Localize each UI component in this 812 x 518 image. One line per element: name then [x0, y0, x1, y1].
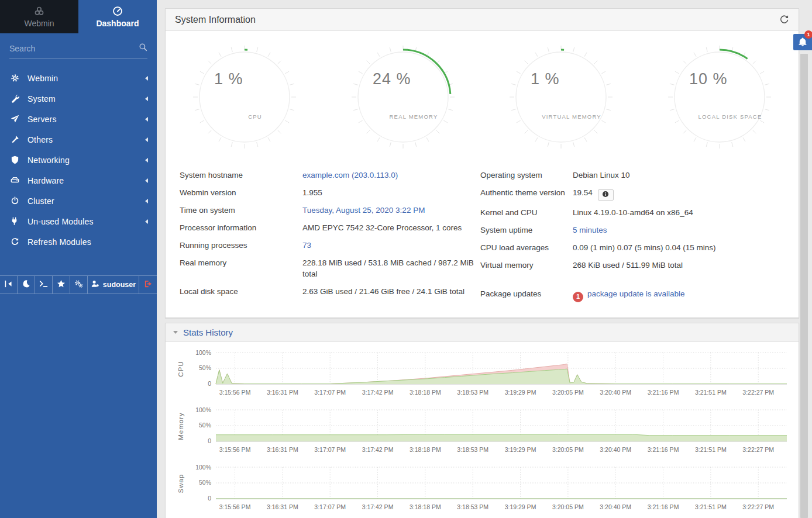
- gauge-label: LOCAL DISK SPACE: [698, 113, 762, 120]
- svg-text:100%: 100%: [195, 349, 211, 356]
- info-value[interactable]: Tuesday, August 25, 2020 3:22 PM: [302, 206, 425, 215]
- info-label: Authentic theme version: [480, 187, 573, 198]
- sidebar-item-webmin[interactable]: Webmin: [0, 68, 157, 88]
- svg-text:3:22:27 PM: 3:22:27 PM: [742, 503, 774, 510]
- collapse-sidebar-button[interactable]: [0, 276, 18, 293]
- info-row-kernel-and-cpu: Kernel and CPULinux 4.19.0-10-amd64 on x…: [480, 204, 799, 222]
- svg-text:3:20:40 PM: 3:20:40 PM: [600, 389, 631, 396]
- search-icon[interactable]: [139, 43, 147, 54]
- info-value: 2.63 GiB used / 21.46 GiB free / 24.1 Gi…: [302, 287, 465, 296]
- wrench-icon: [10, 94, 20, 103]
- svg-text:3:21:51 PM: 3:21:51 PM: [695, 503, 727, 510]
- sidebar-item-label: Hardware: [27, 176, 145, 185]
- collapse-sidebar-icon: [4, 279, 13, 291]
- sidebar-item-others[interactable]: Others: [0, 129, 157, 150]
- sidebar-item-refresh-modules[interactable]: Refresh Modules: [0, 232, 157, 252]
- tab-dashboard-label: Dashboard: [96, 19, 139, 28]
- stats-history-header[interactable]: Stats History: [166, 323, 799, 342]
- stats-chart-swap: Swap100%50%03:15:56 PM3:16:31 PM3:17:07 …: [166, 464, 799, 517]
- info-value[interactable]: package update is available: [587, 289, 685, 298]
- sidebar-item-label: Cluster: [27, 196, 145, 206]
- bell-icon: [798, 37, 807, 47]
- gears-button[interactable]: [70, 276, 88, 293]
- refresh-icon[interactable]: [779, 15, 789, 25]
- gauges-row: 1 %CPU24 %REAL MEMORY1 %VIRTUAL MEMORY10…: [166, 31, 799, 156]
- info-label: Package updates: [480, 288, 573, 299]
- logged-in-user-button[interactable]: sudouser: [88, 276, 139, 293]
- info-label: Kernel and CPU: [480, 207, 573, 218]
- svg-text:3:17:07 PM: 3:17:07 PM: [314, 389, 346, 396]
- terminal-icon: [39, 279, 48, 291]
- sidebar: Webmin Dashboard WebminSystemServersOthe…: [0, 0, 157, 518]
- svg-text:100%: 100%: [195, 464, 211, 471]
- svg-text:3:20:05 PM: 3:20:05 PM: [552, 503, 584, 510]
- sidebar-item-hardware[interactable]: Hardware: [0, 170, 157, 191]
- svg-text:3:20:05 PM: 3:20:05 PM: [552, 389, 584, 396]
- tab-dashboard[interactable]: Dashboard: [78, 0, 157, 33]
- svg-text:3:16:31 PM: 3:16:31 PM: [267, 503, 298, 510]
- sidebar-item-label: Un-used Modules: [27, 217, 145, 226]
- stats-chart-memory: Memory100%50%03:15:56 PM3:16:31 PM3:17:0…: [166, 406, 799, 460]
- info-row-running-processes: Running processes73: [180, 237, 480, 254]
- info-row-system-uptime: System uptime5 minutes: [480, 222, 799, 239]
- svg-text:3:18:18 PM: 3:18:18 PM: [410, 389, 441, 396]
- info-value[interactable]: 73: [302, 241, 311, 250]
- svg-text:3:20:05 PM: 3:20:05 PM: [552, 446, 584, 453]
- svg-text:3:17:42 PM: 3:17:42 PM: [362, 503, 394, 510]
- sidebar-item-label: Refresh Modules: [27, 237, 148, 247]
- sidebar-item-un-used-modules[interactable]: Un-used Modules: [0, 211, 157, 232]
- notification-badge: 1: [804, 30, 812, 39]
- system-information-header: System Information: [166, 9, 799, 31]
- info-value: 228.18 MiB used / 531.8 MiB cached / 987…: [302, 258, 474, 278]
- sidebar-search: [9, 43, 147, 58]
- star-button[interactable]: [53, 276, 70, 293]
- theme-info-button[interactable]: [598, 189, 614, 201]
- gauge-value: 1 %: [531, 70, 560, 88]
- refresh-icon: [10, 237, 20, 246]
- info-row-package-updates: Package updates1package update is availa…: [480, 285, 799, 306]
- svg-text:Memory: Memory: [177, 412, 184, 440]
- info-value[interactable]: 5 minutes: [573, 226, 607, 234]
- sidebar-item-cluster[interactable]: Cluster: [0, 191, 157, 211]
- hammer-icon: [10, 135, 20, 144]
- svg-text:3:20:40 PM: 3:20:40 PM: [600, 503, 631, 510]
- gauge-label: CPU: [248, 113, 262, 120]
- send-icon: [10, 115, 20, 123]
- svg-text:CPU: CPU: [177, 361, 184, 377]
- moon-button[interactable]: [18, 276, 35, 293]
- gauge-cpu: 1 %CPU: [166, 40, 324, 156]
- gauge-label: VIRTUAL MEMORY: [542, 113, 601, 120]
- info-label: CPU load averages: [480, 242, 573, 253]
- info-label: Processor information: [180, 222, 302, 233]
- gauge-value: 1 %: [214, 70, 243, 88]
- svg-text:50%: 50%: [199, 364, 211, 371]
- caret-left-icon: [145, 158, 148, 163]
- signout-button[interactable]: [139, 276, 157, 293]
- search-input[interactable]: [9, 44, 139, 53]
- svg-text:3:21:16 PM: 3:21:16 PM: [648, 446, 679, 453]
- caret-left-icon: [145, 199, 148, 203]
- svg-text:0: 0: [208, 495, 211, 502]
- info-row-processor-information: Processor informationAMD EPYC 7542 32-Co…: [180, 219, 480, 237]
- sidebar-item-system[interactable]: System: [0, 88, 157, 109]
- info-row-webmin-version: Webmin version1.955: [180, 184, 480, 202]
- info-table-left: System hostnameexample.com (203.0.113.0)…: [180, 167, 480, 306]
- caret-left-icon: [145, 178, 148, 183]
- notifications-button[interactable]: 1: [793, 34, 812, 50]
- gauge-real-memory: 24 %REAL MEMORY: [324, 40, 483, 156]
- sidebar-item-label: Servers: [27, 115, 145, 124]
- svg-text:0: 0: [208, 380, 211, 387]
- tab-webmin[interactable]: Webmin: [0, 0, 78, 33]
- terminal-button[interactable]: [35, 276, 53, 293]
- info-value[interactable]: example.com (203.0.113.0): [302, 171, 398, 179]
- chart-swap: Swap100%50%03:15:56 PM3:16:31 PM3:17:07 …: [166, 464, 799, 515]
- sidebar-menu: WebminSystemServersOthersNetworkingHardw…: [0, 68, 157, 252]
- scrollbar[interactable]: [800, 54, 808, 518]
- svg-text:3:19:29 PM: 3:19:29 PM: [505, 446, 536, 453]
- sidebar-footer: sudouser: [0, 275, 157, 294]
- system-info-tables: System hostnameexample.com (203.0.113.0)…: [166, 156, 799, 317]
- sidebar-item-servers[interactable]: Servers: [0, 109, 157, 129]
- info-label: Time on system: [180, 205, 302, 216]
- sidebar-item-networking[interactable]: Networking: [0, 150, 157, 170]
- caret-left-icon: [145, 117, 148, 122]
